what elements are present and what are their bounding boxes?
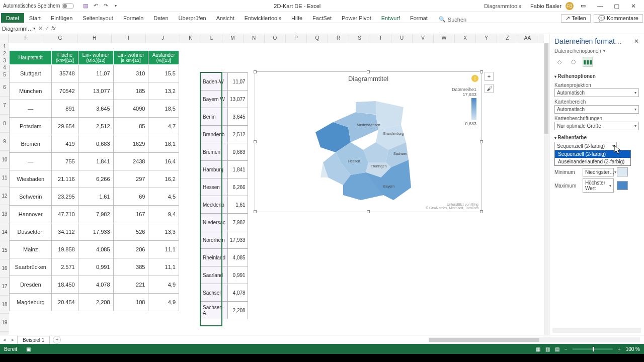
row-header[interactable]: 11	[0, 169, 9, 187]
pane-subtitle[interactable]: Datenreihenoptionen▾	[554, 48, 639, 54]
table-row[interactable]: Stuttgart3574811,0731015,5	[10, 65, 179, 82]
table-row[interactable]: Düsseldorf34.11217,93352613,3	[10, 223, 179, 241]
mini-row[interactable]: Niedersac7,982	[201, 214, 248, 231]
row-header[interactable]: 14	[0, 223, 9, 241]
row-header[interactable]: 12	[0, 187, 9, 205]
chart-source-table[interactable]: Baden-W11,07Bayern W13,077Berlin3,645Bra…	[200, 72, 248, 319]
vertical-scrollbar[interactable]	[544, 43, 549, 335]
effects-icon[interactable]: ⬠	[569, 57, 579, 67]
table-row[interactable]: Bremen4190,683162918,1	[10, 135, 179, 153]
row-header[interactable]: 18	[0, 296, 9, 314]
tab-design[interactable]: Entwurf	[376, 13, 405, 23]
ribbon-display-icon[interactable]: ▭	[581, 3, 586, 9]
new-sheet-button[interactable]: +	[53, 336, 61, 344]
minimize-button[interactable]: —	[593, 3, 608, 10]
tab-pagelayout[interactable]: Seitenlayout	[77, 13, 118, 23]
fill-line-icon[interactable]: ◇	[554, 57, 565, 67]
row-headers[interactable]: 12345678910111213141516171819	[0, 43, 9, 335]
col-header[interactable]: X	[455, 34, 476, 43]
col-header[interactable]: Y	[476, 34, 497, 43]
cancel-icon[interactable]: ✕	[38, 25, 43, 32]
combo-minimum[interactable]: Niedrigster…▾	[583, 168, 614, 176]
undo-icon[interactable]: ↶	[92, 3, 99, 10]
pane-close-icon[interactable]: ✕	[634, 38, 639, 45]
row-header[interactable]: 15	[0, 241, 9, 259]
row-header[interactable]: 5	[0, 71, 9, 78]
ribbon-search[interactable]: 🔍Suchen	[439, 16, 466, 23]
comments-button[interactable]: 💬 Kommentare	[594, 14, 643, 23]
tab-file[interactable]: Datei	[1, 13, 24, 23]
row-header[interactable]: 19	[0, 314, 9, 332]
col-header[interactable]: Q	[307, 34, 328, 43]
view-normal-icon[interactable]: ▦	[536, 346, 540, 352]
enter-icon[interactable]: ✓	[45, 25, 49, 32]
chart-elements-button[interactable]: +	[485, 72, 494, 81]
row-header[interactable]: 1	[0, 43, 9, 50]
max-color-swatch[interactable]	[617, 181, 628, 190]
mini-row[interactable]: Saarland0,991	[201, 266, 248, 284]
column-headers[interactable]: FGHIJKLMNOPQRSTUVWXYZAA	[9, 34, 544, 43]
table-row[interactable]: —7551,841243816,4	[10, 153, 179, 170]
table-row[interactable]: München7054213,07718513,2	[10, 82, 179, 100]
tab-format[interactable]: Format	[405, 13, 433, 23]
chart-info-icon[interactable]: i	[471, 75, 478, 82]
formula-input[interactable]	[58, 28, 644, 30]
mini-row[interactable]: Berlin3,645	[201, 108, 248, 126]
col-header[interactable]: V	[413, 34, 434, 43]
mini-row[interactable]: Baden-W11,07	[201, 73, 248, 90]
mini-row[interactable]: Bayern W13,077	[201, 90, 248, 108]
combo-area[interactable]: Automatisch▾	[554, 105, 639, 114]
table-row[interactable]: Schwerin23.2951,61694,5	[10, 188, 179, 206]
row-header[interactable]: 13	[0, 205, 9, 223]
row-header[interactable]: 8	[0, 115, 9, 133]
tab-data[interactable]: Daten	[148, 13, 173, 23]
tab-formulas[interactable]: Formeln	[118, 13, 148, 23]
col-header[interactable]: O	[265, 34, 286, 43]
row-header[interactable]: 10	[0, 151, 9, 169]
mini-row[interactable]: Rheinland4,085	[201, 249, 248, 266]
tab-view[interactable]: Ansicht	[211, 13, 239, 23]
mini-row[interactable]: Bremen0,683	[201, 143, 248, 161]
redo-icon[interactable]: ↷	[102, 3, 109, 10]
tab-start[interactable]: Start	[24, 13, 46, 23]
col-header[interactable]: U	[391, 34, 413, 43]
col-header[interactable]: G	[43, 34, 77, 43]
mini-row[interactable]: Mecklenb1,61	[201, 196, 248, 214]
col-header[interactable]: H	[77, 34, 112, 43]
series-options-icon[interactable]: ▮▮▮	[583, 57, 593, 67]
map-chart[interactable]: i Diagrammtitel + 🖌 Datenreihe1 17,933 0…	[255, 71, 482, 212]
row-header[interactable]: 6	[0, 78, 9, 97]
dropdown-option-seq2[interactable]: Sequenziell (2-farbig)	[555, 150, 630, 158]
maximize-button[interactable]: ▢	[609, 3, 624, 10]
dropdown-option-div3[interactable]: Auseinanderlaufend (3-farbig)	[555, 158, 630, 165]
mini-row[interactable]: Brandenb2,512	[201, 126, 248, 143]
table-row[interactable]: Saarbrücken2.5710,99138511,1	[10, 258, 179, 276]
col-header[interactable]: AA	[518, 34, 537, 43]
table-row[interactable]: Magdeburg20.4542,2081084,9	[10, 294, 179, 311]
view-pagebreak-icon[interactable]: ▤	[555, 346, 559, 352]
combo-labels[interactable]: Nur optimale Größe▾	[554, 122, 639, 130]
select-all-corner[interactable]	[0, 34, 9, 43]
chart-title[interactable]: Diagrammtitel	[255, 72, 481, 82]
col-header[interactable]: N	[244, 34, 265, 43]
table-row[interactable]: Mainz19.8584,08520611,1	[10, 241, 179, 258]
section-series-options[interactable]: Reihenoptionen	[554, 72, 639, 80]
sheet-nav-prev[interactable]: ◂	[0, 337, 9, 342]
col-header[interactable]: S	[349, 34, 370, 43]
zoom-out-button[interactable]: −	[565, 346, 568, 352]
col-header[interactable]: R	[328, 34, 349, 43]
user-avatar[interactable]: FB	[566, 2, 574, 10]
save-icon[interactable]: ▤	[82, 3, 89, 10]
row-header[interactable]: 4	[0, 64, 9, 71]
col-header[interactable]: K	[180, 34, 201, 43]
table-row[interactable]: Wiesbaden21.1166,26629716,2	[10, 170, 179, 188]
row-header[interactable]: 7	[0, 97, 9, 115]
mini-row[interactable]: Hamburg1,841	[201, 161, 248, 178]
zoom-level[interactable]: 100 %	[626, 346, 640, 352]
view-pagelayout-icon[interactable]: ▥	[545, 346, 550, 352]
table-row[interactable]: Hannover47.7107,9821679,4	[10, 206, 179, 223]
col-header[interactable]: I	[112, 34, 146, 43]
pane-horizontal-scrollbar[interactable]	[552, 328, 641, 333]
table-row[interactable]: Potsdam29.6542,512854,7	[10, 118, 179, 135]
min-color-swatch[interactable]	[617, 167, 628, 176]
